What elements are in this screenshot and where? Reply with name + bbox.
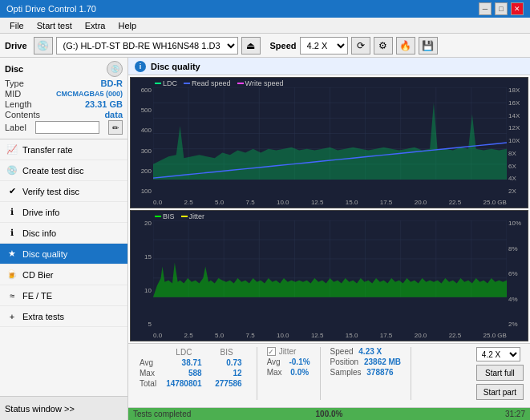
contents-label: Contents (5, 110, 40, 119)
label-edit-button[interactable]: ✏ (108, 120, 123, 135)
sidebar-item-create-test-disc[interactable]: 💿 Create test disc (0, 160, 127, 181)
chart1-x-axis: 0.0 2.5 5.0 7.5 10.0 12.5 15.0 17.5 20.0… (153, 199, 507, 206)
speed-label: Speed (270, 41, 297, 50)
avg-label: Avg (135, 357, 161, 368)
chart1-y-left: 600 500 400 300 200 100 (131, 87, 153, 195)
disc-length-row: Length 23.31 GB (5, 99, 123, 109)
disc-info-icon: ℹ (6, 228, 18, 239)
disc-contents-row: Contents data (5, 110, 123, 119)
status-window-label: Status window >> (5, 404, 75, 414)
chart2-svg (153, 220, 507, 297)
quality-icon: i (135, 61, 146, 72)
sidebar-item-transfer-rate[interactable]: 📈 Transfer rate (0, 139, 127, 160)
legend-ldc: LDC (155, 79, 177, 87)
progress-bar-container: Tests completed 100.0% 31:27 (128, 407, 530, 420)
nav-label-disc-quality: Disc quality (22, 249, 67, 259)
label-input[interactable] (35, 121, 99, 134)
stats-table: LDC BIS Avg 38.71 0.73 Max 588 12 Tota (135, 347, 247, 389)
chart1-legend: LDC Read speed Write speed (155, 79, 283, 87)
speed-row: Speed 4.23 X (330, 347, 402, 356)
length-value: 23.31 GB (85, 99, 123, 109)
burn-button[interactable]: 🔥 (396, 37, 415, 55)
speed-section: Speed 4.23 X Position 23862 MB Samples 3… (330, 347, 402, 377)
nav-label-drive-info: Drive info (22, 208, 59, 217)
sidebar-item-disc-info[interactable]: ℹ Disc info (0, 223, 127, 244)
label-label: Label (5, 123, 26, 132)
menu-extra[interactable]: Extra (79, 19, 112, 32)
menu-start-test[interactable]: Start test (30, 19, 79, 32)
length-label: Length (5, 99, 32, 109)
jitter-header: ✓ Jitter (267, 347, 310, 356)
legend-bis: BIS (155, 212, 175, 220)
drive-info-icon: ℹ (6, 207, 18, 218)
avg-ldc: 38.71 (161, 357, 207, 368)
jitter-checkbox[interactable]: ✓ (267, 347, 276, 356)
maximize-button[interactable]: □ (495, 2, 508, 15)
drive-label: Drive (5, 41, 27, 50)
save-button[interactable]: 💾 (419, 37, 438, 55)
max-label: Max (135, 368, 161, 378)
samples-row: Samples 378876 (330, 368, 402, 377)
status-window-button[interactable]: Status window >> (0, 396, 127, 420)
col-header-bis: BIS (207, 347, 247, 357)
start-part-button[interactable]: Start part (476, 384, 524, 400)
avg-bis: 0.73 (207, 357, 247, 368)
avg-jitter-prefix: Avg (267, 357, 281, 366)
menu-help[interactable]: Help (111, 19, 143, 32)
progress-time: 31:27 (505, 410, 525, 418)
stats-bar: LDC BIS Avg 38.71 0.73 Max 588 12 Tota (128, 343, 530, 407)
close-button[interactable]: ✕ (511, 2, 524, 15)
nav-label-fe-te: FE / TE (22, 291, 52, 301)
speed-select-inline[interactable]: 4.2 X (476, 347, 520, 361)
disc-mid-row: MID CMCMAGBA5 (000) (5, 89, 123, 99)
progress-percent: 100.0% (316, 410, 343, 418)
samples-prefix: Samples (330, 368, 362, 377)
config-button[interactable]: ⚙ (374, 37, 393, 55)
refresh-button[interactable]: ⟳ (351, 37, 370, 55)
sidebar-item-cd-bier[interactable]: 🍺 CD Bier (0, 265, 127, 285)
menu-file[interactable]: File (3, 19, 30, 32)
position-prefix: Position (330, 357, 359, 366)
disc-label-row: Label ✏ (5, 120, 123, 135)
jitter-label: Jitter (279, 347, 297, 356)
content-area: i Disc quality LDC Read speed (128, 58, 530, 420)
minimize-button[interactable]: ─ (479, 2, 492, 15)
quality-title: Disc quality (151, 62, 200, 71)
avg-jitter-label: Avg -0.1% (267, 357, 310, 366)
samples-value: 378876 (366, 368, 393, 377)
mid-value: CMCMAGBA5 (000) (56, 90, 123, 98)
chart2-x-axis: 0.0 2.5 5.0 7.5 10.0 12.5 15.0 17.5 20.0… (153, 332, 507, 339)
stats-avg-row: Avg 38.71 0.73 (135, 357, 247, 368)
sidebar-item-extra-tests[interactable]: + Extra tests (0, 306, 127, 327)
sidebar-item-verify-test-disc[interactable]: ✔ Verify test disc (0, 181, 127, 202)
max-bis: 12 (207, 368, 247, 378)
nav-label-transfer-rate: Transfer rate (22, 145, 73, 155)
chart1-y-right: 18X 16X 14X 12X 10X 8X 6X 4X 2X (507, 87, 528, 195)
chart2-y-right: 10% 8% 6% 4% 2% (507, 220, 528, 328)
disc-type-row: Type BD-R (5, 79, 123, 88)
speed-value: 4.23 X (358, 347, 382, 356)
menu-bar: File Start test Extra Help (0, 18, 530, 34)
drive-select[interactable]: (G:) HL-DT-ST BD-RE WH16NS48 1.D3 (56, 37, 238, 55)
window-controls: ─ □ ✕ (479, 2, 524, 15)
verify-test-disc-icon: ✔ (6, 186, 18, 197)
position-value: 23862 MB (364, 357, 401, 366)
sidebar-item-drive-info[interactable]: ℹ Drive info (0, 202, 127, 223)
sidebar-item-fe-te[interactable]: ≈ FE / TE (0, 285, 127, 306)
disc-title: Disc (5, 64, 23, 74)
charts-area: LDC Read speed Write speed 600 500 40 (128, 75, 530, 343)
eject-button[interactable]: ⏏ (241, 37, 261, 55)
divider2 (320, 347, 321, 400)
avg-jitter-val: -0.1% (289, 357, 310, 366)
speed-select[interactable]: 4.2 X (300, 37, 348, 55)
drive-icon[interactable]: 💿 (34, 37, 53, 55)
chart-ldc: LDC Read speed Write speed 600 500 40 (130, 77, 528, 208)
fe-te-icon: ≈ (6, 290, 18, 301)
start-full-button[interactable]: Start full (476, 365, 524, 381)
quality-header: i Disc quality (128, 58, 530, 75)
stats-total-row: Total 14780801 277586 (135, 378, 247, 389)
action-section: 4.2 X Start full Start part (476, 347, 524, 400)
sidebar: Disc 💿 Type BD-R MID CMCMAGBA5 (000) Len… (0, 58, 128, 420)
total-bis: 277586 (207, 378, 247, 389)
sidebar-item-disc-quality[interactable]: ★ Disc quality (0, 244, 127, 265)
